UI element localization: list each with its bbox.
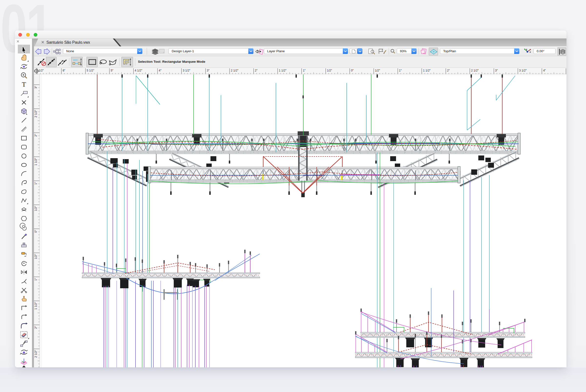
svg-text:2″: 2″ xyxy=(447,69,450,72)
svg-text:1/2″: 1/2″ xyxy=(39,69,44,72)
svg-text:2″: 2″ xyxy=(34,326,38,329)
svg-text:1″: 1″ xyxy=(399,69,402,72)
svg-text:5 1/2″: 5 1/2″ xyxy=(87,69,95,72)
svg-text:1/2″: 1/2″ xyxy=(34,206,38,211)
svg-text:2 1/2″: 2 1/2″ xyxy=(34,110,38,118)
svg-text:x: x xyxy=(529,51,531,53)
svg-text:0″: 0″ xyxy=(34,230,38,233)
svg-text:2 1/2″: 2 1/2″ xyxy=(471,69,479,72)
svg-text:4″: 4″ xyxy=(159,69,162,72)
svg-text:3″: 3″ xyxy=(207,69,210,72)
svg-text:3″: 3″ xyxy=(495,69,498,72)
svg-text:1/2″: 1/2″ xyxy=(34,254,38,259)
svg-text:1″: 1″ xyxy=(34,182,38,185)
svg-text:1/2″: 1/2″ xyxy=(375,69,380,72)
svg-text:1 1/2″: 1 1/2″ xyxy=(34,302,38,310)
svg-text:2 1/2″: 2 1/2″ xyxy=(34,350,38,358)
svg-text:5″: 5″ xyxy=(111,69,114,72)
svg-text:4 1/2″: 4 1/2″ xyxy=(135,69,143,72)
svg-text:3 1/2″: 3 1/2″ xyxy=(183,69,190,72)
svg-text:2″: 2″ xyxy=(255,69,258,72)
svg-text:1 1/2″: 1 1/2″ xyxy=(34,158,38,166)
svg-text:1 1/2″: 1 1/2″ xyxy=(423,69,431,72)
svg-text:1″: 1″ xyxy=(34,278,38,281)
svg-text:1 1/2″: 1 1/2″ xyxy=(279,69,287,72)
svg-text:0″: 0″ xyxy=(351,69,354,72)
svg-text:1″: 1″ xyxy=(303,69,306,72)
svg-text:3 1/2″: 3 1/2″ xyxy=(519,69,527,72)
svg-text:3″: 3″ xyxy=(34,86,38,88)
svg-text:1/2″: 1/2″ xyxy=(327,69,332,72)
svg-text:2″: 2″ xyxy=(34,134,38,137)
svg-text:4″: 4″ xyxy=(543,69,546,72)
svg-text:T: T xyxy=(22,80,26,88)
svg-text:6″: 6″ xyxy=(63,69,66,72)
svg-text:y: y xyxy=(526,48,527,50)
svg-text:2 1/2″: 2 1/2″ xyxy=(231,69,239,72)
